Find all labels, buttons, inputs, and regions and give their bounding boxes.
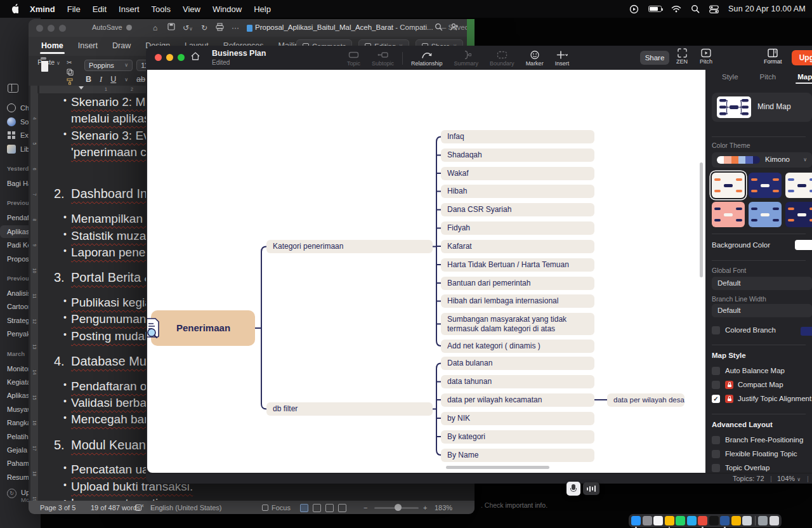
dock-icon-whatsapp[interactable]	[676, 516, 685, 525]
menu-edit[interactable]: Edit	[93, 4, 107, 14]
dock-icon-photos[interactable]	[653, 516, 663, 525]
pitch-button[interactable]: Pitch	[700, 48, 712, 65]
share-button[interactable]: Share	[640, 51, 669, 65]
subtopic[interactable]: By kategori	[441, 430, 594, 444]
word-close-button[interactable]	[36, 25, 43, 32]
dock-icon-keynote[interactable]	[731, 516, 741, 525]
zoom-in-button[interactable]: +	[423, 504, 427, 512]
zoom-out-button[interactable]: −	[363, 504, 367, 512]
dock-icon-telegram[interactable]	[687, 516, 697, 525]
subtopic[interactable]: Fidyah	[441, 221, 594, 235]
cut-icon[interactable]: ✂	[67, 59, 74, 66]
page-indicator[interactable]: Page 3 of 5	[40, 504, 75, 512]
sidebar-toggle-icon[interactable]	[8, 84, 18, 93]
autosave-toggle[interactable]: AutoSave	[92, 23, 132, 31]
copy-icon[interactable]	[67, 69, 74, 76]
save-icon[interactable]	[167, 23, 175, 30]
theme-thumbnail[interactable]	[749, 202, 782, 227]
italic-button[interactable]: I	[100, 75, 102, 84]
dock-icon-settings[interactable]	[643, 516, 652, 525]
panel-tab-map[interactable]: Map	[797, 73, 812, 81]
microphone-button[interactable]	[566, 482, 580, 496]
home-icon[interactable]: ⌂	[153, 23, 157, 33]
canvas-zoom-level[interactable]: 104% ∨	[777, 475, 801, 482]
dock-icon-trash[interactable]	[769, 516, 779, 525]
subtopic[interactable]: data per wilayah desa	[607, 393, 684, 407]
subtopic[interactable]: Shadaqah	[441, 148, 594, 162]
menu-bar-clock[interactable]: Sun 20 Apr 10.00 AM	[728, 4, 806, 13]
menu-tools[interactable]: Tools	[152, 4, 171, 14]
proofing-icon[interactable]: x	[135, 503, 144, 512]
dock-icon-downloads[interactable]	[758, 516, 768, 525]
subtopic[interactable]: data per wilayah kecamatan	[441, 393, 594, 407]
zoom-slider[interactable]	[374, 507, 419, 509]
upgrade-button[interactable]: Upgrade	[792, 50, 812, 65]
marker-button[interactable]: Marker	[520, 50, 549, 67]
xmind-minimize-button[interactable]	[166, 54, 173, 61]
global-font-select[interactable]: Default	[712, 277, 812, 290]
font-name-select[interactable]: Poppins∨	[84, 60, 133, 71]
unchecked-checkbox[interactable]	[712, 367, 720, 375]
control-center-icon[interactable]	[709, 5, 719, 13]
background-color-swatch[interactable]	[795, 240, 812, 250]
redo-icon[interactable]: ↻	[201, 23, 207, 33]
theme-thumbnail[interactable]	[712, 173, 745, 198]
share-people-icon[interactable]	[450, 23, 459, 31]
colored-branch-swatch[interactable]	[801, 327, 812, 336]
ruler-tab-selector[interactable]	[30, 86, 38, 93]
subtopic[interactable]: by NIK	[441, 412, 594, 425]
branch-line-width-select[interactable]: Default	[712, 304, 812, 317]
theme-thumbnail[interactable]	[712, 202, 745, 227]
theme-thumbnail[interactable]	[785, 173, 812, 198]
word-count[interactable]: 19 of 487 words	[91, 504, 140, 512]
checked-checkbox[interactable]: ✓	[712, 395, 720, 403]
paste-button[interactable]: Paste ∨	[37, 58, 61, 66]
dock-icon-word[interactable]	[720, 516, 730, 525]
undo-icon[interactable]: ↺∨	[183, 23, 193, 34]
dictation-waveform-button[interactable]	[583, 482, 599, 495]
word-minimize-button[interactable]	[48, 25, 55, 32]
structure-card[interactable]: Mind Map	[712, 93, 812, 122]
unchecked-checkbox[interactable]	[712, 464, 720, 472]
dock-icon-finder[interactable]	[631, 516, 641, 525]
sidebar-upgrade-item[interactable]: ↻ Up Mo	[7, 489, 30, 503]
relationship-button[interactable]: Relationship	[405, 50, 449, 67]
home-icon[interactable]	[190, 51, 200, 62]
xmind-zoom-button[interactable]	[178, 54, 185, 61]
subtopic[interactable]: Hibah dari lembaga internasional	[441, 294, 594, 308]
focus-toggle[interactable]: Focus	[262, 504, 291, 512]
subtopic[interactable]: Wakaf	[441, 167, 594, 180]
subtopic[interactable]: Harta Tidak Bertuan / Harta Temuan	[441, 258, 594, 272]
dock-icon-preview[interactable]	[742, 516, 752, 525]
draft-view-icon[interactable]	[338, 504, 346, 512]
spotlight-search-icon[interactable]	[691, 4, 700, 13]
menu-file[interactable]: File	[67, 4, 81, 14]
bold-button[interactable]: B	[86, 75, 91, 84]
unchecked-checkbox[interactable]	[712, 381, 720, 389]
theme-thumbnail[interactable]	[749, 173, 782, 198]
more-icon[interactable]: ···	[232, 23, 239, 33]
tab-home[interactable]: Home	[41, 39, 63, 54]
format-button[interactable]: Format	[764, 48, 782, 65]
subtopic[interactable]: Sumbangan masyarakat yang tidak termasuk…	[441, 313, 594, 335]
word-zoom-button[interactable]	[59, 25, 66, 32]
unchecked-checkbox[interactable]	[712, 450, 720, 458]
print-icon[interactable]	[216, 23, 224, 31]
subtopic[interactable]: Bantuan dari pemerintah	[441, 277, 594, 290]
dock-icon-xmind[interactable]	[698, 516, 707, 525]
subtopic[interactable]: Add net kategori ( dinamis )	[441, 340, 594, 353]
print-layout-view-icon[interactable]	[300, 504, 308, 512]
dock-icon-notion[interactable]	[709, 516, 719, 525]
tab-draw[interactable]: Draw	[112, 39, 131, 54]
colored-branch-checkbox[interactable]	[712, 326, 720, 334]
search-icon[interactable]	[435, 23, 443, 31]
subtopic[interactable]: Infaq	[441, 130, 594, 143]
insert-button[interactable]: Insert	[549, 50, 575, 67]
panel-tab-pitch[interactable]: Pitch	[760, 73, 776, 81]
wifi-icon[interactable]	[671, 5, 681, 13]
central-topic[interactable]: Penerimaan	[151, 310, 255, 346]
zoom-percent[interactable]: 183%	[435, 504, 452, 512]
screen-record-icon[interactable]	[629, 4, 639, 14]
branch-topic[interactable]: db filter	[266, 402, 433, 416]
vertical-ruler[interactable]: 4567891011121314151617181920	[30, 93, 38, 501]
